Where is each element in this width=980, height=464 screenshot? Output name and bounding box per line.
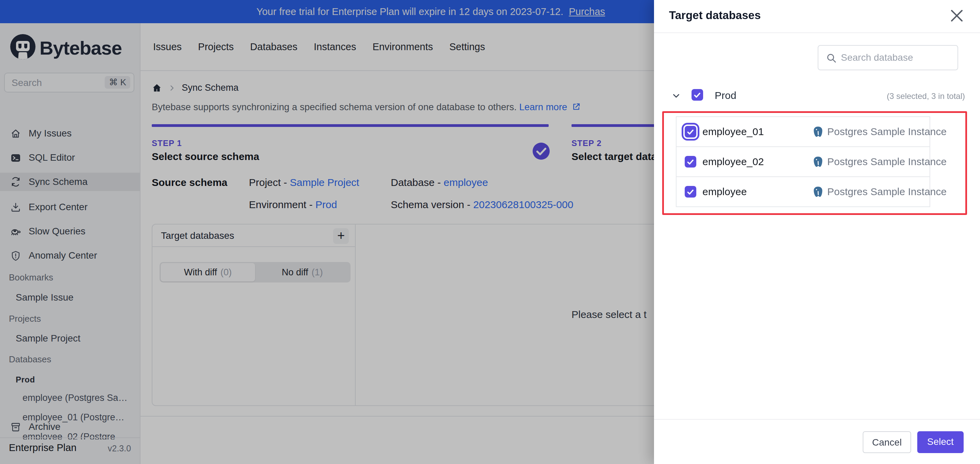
highlight-annotation-rectangle bbox=[662, 111, 967, 215]
drawer-header: Target databases bbox=[654, 0, 980, 33]
chevron-down-icon[interactable] bbox=[671, 91, 681, 101]
drawer-footer: Cancel Select bbox=[654, 419, 980, 464]
environment-group-row: Prod (3 selected, 3 in total) bbox=[669, 88, 965, 103]
close-icon[interactable] bbox=[947, 5, 967, 26]
select-button[interactable]: Select bbox=[917, 431, 964, 453]
modal-overlay[interactable] bbox=[0, 0, 654, 464]
drawer-title: Target databases bbox=[669, 9, 761, 22]
search-icon bbox=[826, 53, 837, 64]
database-search[interactable] bbox=[818, 45, 958, 70]
target-databases-drawer: Target databases Prod (3 selected, 3 in … bbox=[654, 0, 980, 464]
bytebase-app: Your free trial for Enterprise Plan will… bbox=[0, 0, 980, 464]
prod-group-checkbox[interactable] bbox=[692, 89, 703, 100]
environment-group-name[interactable]: Prod bbox=[715, 90, 736, 101]
cancel-button[interactable]: Cancel bbox=[863, 431, 911, 453]
database-search-input[interactable] bbox=[840, 48, 954, 67]
selection-summary: (3 selected, 3 in total) bbox=[887, 91, 965, 101]
